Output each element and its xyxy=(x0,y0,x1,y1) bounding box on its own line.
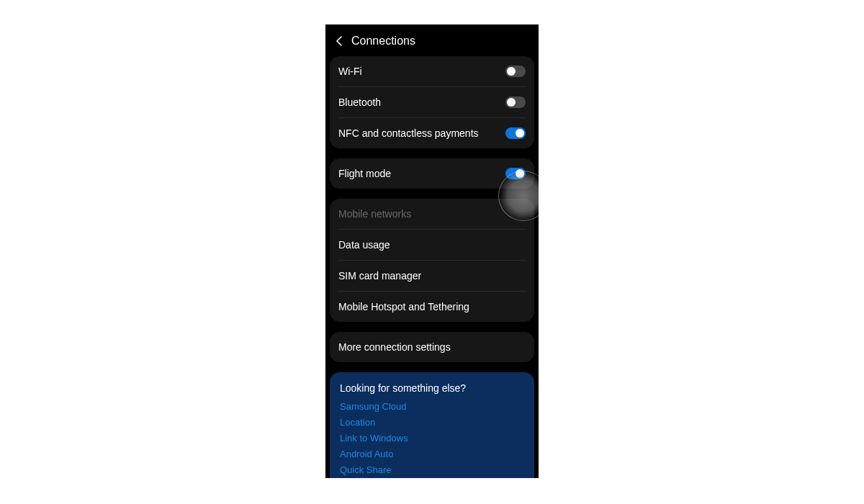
wifi-toggle[interactable] xyxy=(505,66,526,77)
settings-group: More connection settings xyxy=(330,332,534,362)
bluetooth-toggle[interactable] xyxy=(505,96,526,108)
page-title: Connections xyxy=(351,35,415,48)
header: Connections xyxy=(325,24,539,56)
suggest-link-link-to-windows[interactable]: Link to Windows xyxy=(340,433,524,444)
row-label: Mobile networks xyxy=(338,208,411,220)
row-label: More connection settings xyxy=(338,341,451,353)
suggest-link-quick-share[interactable]: Quick Share xyxy=(340,464,524,475)
flight-mode-toggle[interactable] xyxy=(505,168,526,179)
row-label: NFC and contactless payments xyxy=(338,127,479,139)
nfc-toggle[interactable] xyxy=(505,127,526,139)
row-label: Flight mode xyxy=(338,168,391,179)
setting-row-more-connection-settings[interactable]: More connection settings xyxy=(330,332,534,362)
suggestions-card: Looking for something else? Samsung Clou… xyxy=(330,372,534,478)
row-label: SIM card manager xyxy=(338,270,421,282)
row-label: Wi-Fi xyxy=(338,66,362,77)
setting-row-sim-card-manager[interactable]: SIM card manager xyxy=(330,261,534,291)
row-label: Bluetooth xyxy=(338,96,381,108)
setting-row-data-usage[interactable]: Data usage xyxy=(330,230,534,260)
setting-row-flight-mode[interactable]: Flight mode xyxy=(330,158,534,189)
suggest-link-samsung-cloud[interactable]: Samsung Cloud xyxy=(340,401,524,412)
setting-row-nfc[interactable]: NFC and contactless payments xyxy=(330,118,534,148)
setting-row-hotspot-tethering[interactable]: Mobile Hotspot and Tethering xyxy=(330,292,534,322)
setting-row-mobile-networks: Mobile networks xyxy=(330,199,534,229)
settings-group: Mobile networks Data usage SIM card mana… xyxy=(330,199,534,322)
settings-group: Flight mode xyxy=(330,158,534,189)
row-label: Mobile Hotspot and Tethering xyxy=(338,301,469,312)
suggest-link-location[interactable]: Location xyxy=(340,417,524,428)
settings-screen: Connections Wi-Fi Bluetooth NFC and cont… xyxy=(325,24,539,478)
setting-row-bluetooth[interactable]: Bluetooth xyxy=(330,87,534,117)
row-label: Data usage xyxy=(338,239,390,251)
setting-row-wifi[interactable]: Wi-Fi xyxy=(330,56,534,86)
suggest-link-android-auto[interactable]: Android Auto xyxy=(340,449,524,459)
back-icon[interactable] xyxy=(336,35,343,47)
suggestions-title: Looking for something else? xyxy=(340,382,524,394)
settings-group: Wi-Fi Bluetooth NFC and contactless paym… xyxy=(330,56,534,148)
